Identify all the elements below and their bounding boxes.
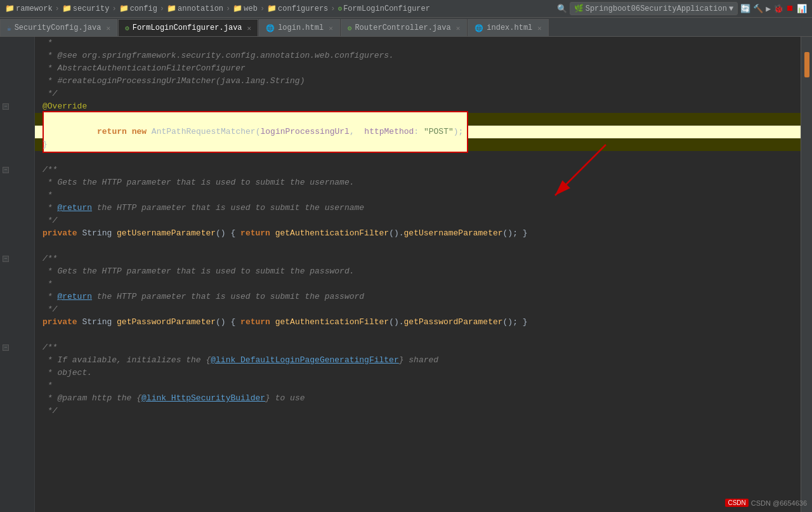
breadcrumb-framework[interactable]: 📁 ramework — [5, 4, 53, 13]
breadcrumb-configurers[interactable]: 📁 configurers — [267, 4, 328, 13]
folder-icon: 📁 — [5, 4, 15, 13]
gutter-line — [0, 265, 34, 278]
gutter-line — [0, 278, 34, 291]
code-line — [35, 240, 801, 253]
fold-marker[interactable]: − — [3, 103, 9, 110]
breadcrumb-bar: 📁 ramework › 📁 security › 📁 config › 📁 a… — [0, 0, 812, 18]
gutter-line: − — [0, 100, 34, 113]
close-tab-0[interactable]: ✕ — [106, 24, 110, 32]
gutter-line — [0, 417, 34, 430]
spring-icon: 🌿 — [574, 4, 584, 13]
gutter-line — [0, 214, 34, 227]
app-selector[interactable]: 🌿 Springboot06SecurityApplication ▼ — [570, 2, 738, 15]
code-line: * @param http the {@link HttpSecurityBui… — [35, 392, 801, 405]
close-tab-4[interactable]: ✕ — [537, 24, 542, 32]
line-gutter: − @ − − − — [0, 37, 35, 512]
code-line: * — [35, 37, 801, 49]
folder-icon: 📁 — [119, 4, 129, 13]
gutter-line — [0, 189, 34, 202]
scroll-indicator[interactable] — [804, 52, 809, 77]
csdn-logo: CSDN — [725, 499, 748, 507]
run-icon[interactable]: ▶ — [766, 4, 771, 14]
code-line-redbox: return new AntPathRequestMatcher(loginPr… — [35, 126, 801, 138]
coverage-icon[interactable]: 📊 — [797, 4, 807, 14]
html-icon: 🌐 — [266, 24, 275, 32]
code-line: * If available, initializes the {@link D… — [35, 354, 801, 367]
refresh-icon[interactable]: 🔄 — [740, 4, 750, 14]
fold-marker[interactable]: − — [3, 345, 9, 351]
code-line: * — [35, 379, 801, 392]
gutter-line — [0, 49, 34, 62]
folder-icon: 📁 — [233, 4, 242, 13]
breadcrumb-web[interactable]: 📁 web — [233, 4, 258, 13]
gutter-line — [0, 329, 34, 341]
gutter-line — [0, 88, 34, 100]
gutter-line — [0, 37, 34, 49]
gutter-line — [0, 62, 34, 75]
code-line: private String getUsernameParameter() { … — [35, 227, 801, 240]
close-tab-3[interactable]: ✕ — [456, 24, 461, 32]
code-line: * — [35, 189, 801, 202]
breadcrumb-formloginconfigurer[interactable]: ⚙ FormLoginConfigurer — [338, 4, 430, 13]
gutter-line: @ — [0, 113, 34, 126]
tab-bar: ☕ SecurityConfig.java ✕ ⚙ FormLoginConfi… — [0, 18, 812, 37]
breadcrumb-end: 🔍 🌿 Springboot06SecurityApplication ▼ 🔄 … — [557, 2, 807, 15]
gutter-line — [0, 151, 34, 164]
code-line: * @see org.springframework.security.conf… — [35, 49, 801, 62]
folder-icon: 📁 — [267, 4, 277, 13]
folder-icon: 📁 — [167, 4, 176, 13]
tab-index-html[interactable]: 🌐 index.html ✕ — [468, 19, 549, 36]
fold-marker[interactable]: − — [3, 256, 9, 262]
gutter-line — [0, 354, 34, 367]
red-box-highlight: return new AntPathRequestMatcher(loginPr… — [43, 111, 468, 153]
watermark-text: CSDN @6654636 — [751, 499, 807, 507]
search-icon[interactable]: 🔍 — [557, 4, 567, 14]
editor-wrapper: * * @see org.springframework.security.co… — [35, 37, 801, 512]
gutter-line — [0, 202, 34, 214]
gutter-line — [0, 75, 34, 88]
code-scroll-area[interactable]: * * @see org.springframework.security.co… — [35, 37, 801, 512]
gutter-line — [0, 379, 34, 392]
code-line: * #createLoginProcessingUrlMatcher(java.… — [35, 75, 801, 88]
gutter-line — [0, 392, 34, 405]
code-line: /** — [35, 253, 801, 265]
tab-routercontroller[interactable]: ⚙ RouterController.java ✕ — [341, 19, 467, 36]
tab-securityconfig[interactable]: ☕ SecurityConfig.java ✕ — [0, 19, 117, 36]
html-icon: 🌐 — [475, 24, 483, 32]
fold-marker[interactable]: − — [3, 167, 9, 173]
code-line: */ — [35, 405, 801, 417]
spring-file-icon: ⚙ — [338, 4, 343, 13]
tab-formloginconfigurer[interactable]: ⚙ FormLoginConfigurer.java ✕ — [118, 19, 258, 36]
gutter-line — [0, 126, 34, 138]
gutter-line — [0, 367, 34, 379]
gutter-line — [0, 291, 34, 303]
right-sidebar — [801, 37, 812, 512]
code-line: * Gets the HTTP parameter that is used t… — [35, 176, 801, 189]
breadcrumb-annotation[interactable]: 📁 annotation — [167, 4, 223, 13]
editor-container: − @ − − − — [0, 37, 812, 512]
code-line: private String getPasswordParameter() { … — [35, 316, 801, 329]
code-line: /** — [35, 164, 801, 176]
folder-icon: 📁 — [62, 4, 72, 13]
gutter-line — [0, 176, 34, 189]
gutter-line — [0, 316, 34, 329]
breadcrumb-config[interactable]: 📁 config — [119, 4, 157, 13]
code-line: */ — [35, 214, 801, 227]
code-line — [35, 151, 801, 164]
gutter-line: − — [0, 164, 34, 176]
debug-icon[interactable]: 🐞 — [773, 4, 783, 14]
close-tab-1[interactable]: ✕ — [247, 24, 252, 32]
spring-icon: ⚙ — [348, 24, 352, 32]
breadcrumb-security[interactable]: 📁 security — [62, 4, 110, 13]
code-line: * @return the HTTP parameter that is use… — [35, 202, 801, 214]
tab-login-html[interactable]: 🌐 login.html ✕ — [259, 19, 340, 36]
code-line: /** — [35, 341, 801, 354]
stop-icon[interactable]: ⏹ — [786, 4, 794, 13]
gutter-line: − — [0, 253, 34, 265]
close-tab-2[interactable]: ✕ — [329, 24, 333, 32]
gutter-line — [0, 227, 34, 240]
spring-icon: ⚙ — [125, 24, 129, 32]
app-name: Springboot06SecurityApplication — [586, 4, 727, 13]
build-icon[interactable]: 🔨 — [753, 4, 763, 14]
code-line: * @return the HTTP parameter that is use… — [35, 291, 801, 303]
